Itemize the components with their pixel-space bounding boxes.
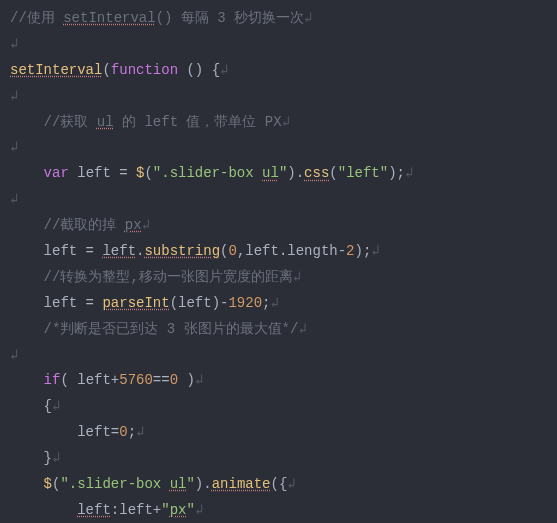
eol-marker: ↲ bbox=[10, 347, 18, 363]
eol-marker: ↲ bbox=[371, 243, 379, 259]
comment: setInterval bbox=[63, 10, 155, 26]
comment: 的 left 值，带单位 PX bbox=[114, 114, 282, 130]
eol-marker: ↲ bbox=[52, 398, 60, 414]
function-call: parseInt bbox=[102, 295, 169, 311]
eol-marker: ↲ bbox=[298, 321, 306, 337]
code-text: () { bbox=[178, 62, 220, 78]
comment: () 每隔 3 秒切换一次 bbox=[156, 10, 304, 26]
comment: //转换为整型,移动一张图片宽度的距离 bbox=[10, 269, 293, 285]
number: 5760 bbox=[119, 372, 153, 388]
function-call: setInterval bbox=[10, 62, 102, 78]
string: " bbox=[186, 476, 194, 492]
string: ul bbox=[262, 165, 279, 181]
code-text: ) bbox=[178, 372, 195, 388]
code-text: == bbox=[153, 372, 170, 388]
number: 0 bbox=[170, 372, 178, 388]
keyword: var bbox=[44, 165, 69, 181]
paren: ( bbox=[144, 165, 152, 181]
keyword: if bbox=[44, 372, 61, 388]
string: "left" bbox=[338, 165, 388, 181]
eol-marker: ↲ bbox=[293, 269, 301, 285]
comment: px bbox=[125, 217, 142, 233]
indent bbox=[10, 165, 44, 181]
keyword: function bbox=[111, 62, 178, 78]
code-text: (left)- bbox=[170, 295, 229, 311]
eol-marker: ↲ bbox=[195, 372, 203, 388]
string: ul bbox=[170, 476, 187, 492]
indent: left = bbox=[10, 295, 102, 311]
code-text: ,left.length- bbox=[237, 243, 346, 259]
number: 2 bbox=[346, 243, 354, 259]
eol-marker: ↲ bbox=[10, 88, 18, 104]
code-editor[interactable]: //使用 setInterval() 每隔 3 秒切换一次↲ ↲ setInte… bbox=[0, 0, 557, 523]
paren: ( bbox=[102, 62, 110, 78]
code-text: left = bbox=[69, 165, 136, 181]
code-text: left= bbox=[10, 424, 119, 440]
code-text: ({ bbox=[270, 476, 287, 492]
eol-marker: ↲ bbox=[136, 424, 144, 440]
method-call: animate bbox=[212, 476, 271, 492]
identifier: left bbox=[102, 243, 136, 259]
method-call: substring bbox=[144, 243, 220, 259]
eol-marker: ↲ bbox=[142, 217, 150, 233]
eol-marker: ↲ bbox=[220, 62, 228, 78]
method-call: css bbox=[304, 165, 329, 181]
eol-marker: ↲ bbox=[270, 295, 278, 311]
code-text: :left+ bbox=[111, 502, 161, 518]
eol-marker: ↲ bbox=[405, 165, 413, 181]
brace: } bbox=[10, 450, 52, 466]
code-text: ); bbox=[355, 243, 372, 259]
comment: //截取的掉 bbox=[10, 217, 125, 233]
eol-marker: ↲ bbox=[287, 476, 295, 492]
number: 1920 bbox=[228, 295, 262, 311]
comment: ul bbox=[97, 114, 114, 130]
indent bbox=[10, 502, 77, 518]
indent bbox=[10, 372, 44, 388]
code-text: ( left+ bbox=[60, 372, 119, 388]
eol-marker: ↲ bbox=[10, 191, 18, 207]
code-text: ). bbox=[287, 165, 304, 181]
string: px bbox=[170, 502, 187, 518]
eol-marker: ↲ bbox=[10, 36, 18, 52]
indent bbox=[10, 476, 44, 492]
eol-marker: ↲ bbox=[304, 10, 312, 26]
brace: { bbox=[10, 398, 52, 414]
eol-marker: ↲ bbox=[282, 114, 290, 130]
string: " bbox=[161, 502, 169, 518]
comment: //使用 bbox=[10, 10, 63, 26]
string: ".slider-box bbox=[60, 476, 169, 492]
string: " bbox=[186, 502, 194, 518]
function-call: $ bbox=[44, 476, 52, 492]
code-text: ; bbox=[128, 424, 136, 440]
number: 0 bbox=[228, 243, 236, 259]
eol-marker: ↲ bbox=[195, 502, 203, 518]
indent: left = bbox=[10, 243, 102, 259]
comment: //获取 bbox=[10, 114, 97, 130]
code-text: ). bbox=[195, 476, 212, 492]
property: left bbox=[77, 502, 111, 518]
number: 0 bbox=[119, 424, 127, 440]
code-text: ); bbox=[388, 165, 405, 181]
comment: /*判断是否已到达 3 张图片的最大值*/ bbox=[10, 321, 298, 337]
eol-marker: ↲ bbox=[10, 139, 18, 155]
string: ".slider-box bbox=[153, 165, 262, 181]
paren: ( bbox=[329, 165, 337, 181]
eol-marker: ↲ bbox=[52, 450, 60, 466]
